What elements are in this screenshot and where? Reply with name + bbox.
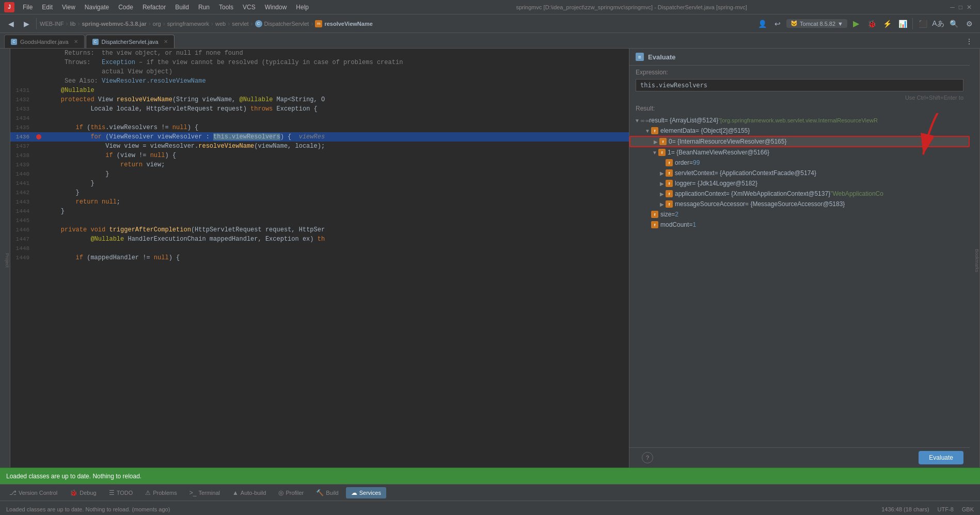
tree-result-row[interactable]: ▼ ∞ ∞ result = {ArrayList@5124} "[org.sp… [629,115,970,126]
line-num-1447: 1447 [10,236,34,242]
minimize-btn[interactable]: ─ [950,4,955,11]
tree-logger-row[interactable]: ▶ f logger = {Jdk14Logger@5182} [629,178,970,189]
status-tab-terminal[interactable]: >_ Terminal [184,487,225,498]
coverage-button[interactable]: ⚡ [880,17,894,30]
tree-appcontext-row[interactable]: ▶ f applicationContext = {XmlWebApplicat… [629,189,970,199]
profile-button[interactable]: 📊 [896,17,909,30]
menu-run[interactable]: Run [194,2,214,12]
line-content-1443: return null; [44,198,629,206]
item-0-name: 0 [669,138,672,145]
tree-toggle-1[interactable]: ▼ [651,149,658,156]
breadcrumb-method[interactable]: resolveViewName [324,21,372,27]
menu-code[interactable]: Code [114,2,137,12]
menu-tools[interactable]: Tools [215,2,238,12]
code-line-1438: 1438 if (view != null) { [10,151,629,160]
order-eq: = [689,159,693,166]
tomcat-selector[interactable]: 🐱 Tomcat 8.5.82 ▼ [786,19,847,28]
status-tab-autobuild[interactable]: ▲ Auto-build [227,487,271,498]
close-btn[interactable]: ✕ [967,4,972,11]
toolbar-sep-1 [36,18,37,29]
menu-view[interactable]: View [58,2,80,12]
more-tabs-icon[interactable]: ⋮ [962,35,976,48]
tree-size-row[interactable]: ▶ f size = 2 [629,209,970,220]
tree-servletcontext-row[interactable]: ▶ f servletContext = {ApplicationContext… [629,168,970,178]
status-tab-todo[interactable]: ☰ TODO [104,487,138,498]
tree-modcount-row[interactable]: ▶ f modCount = 1 [629,220,970,230]
breadcrumb-dispatcher[interactable]: DispatcherServlet [264,21,309,27]
line-content-doc3: actual View object) [44,68,629,75]
search-icon[interactable]: 🔍 [947,17,960,30]
project-sidebar[interactable]: Project [0,49,10,467]
appcontext-name: applicationContext [675,190,726,197]
breadcrumb-webinf[interactable]: WEB-INF [40,21,64,27]
line-num-1442: 1442 [10,190,34,196]
menu-build[interactable]: Build [171,2,193,12]
tree-toggle-result[interactable]: ▼ [634,117,641,124]
line-content-1438: if (view != null) { [44,152,629,159]
expression-input[interactable] [636,79,963,91]
menu-window[interactable]: Window [261,2,291,12]
status-tab-build[interactable]: 🔨 Build [311,487,343,498]
tree-item-0[interactable]: ▶ f 0 = {InternalResourceViewResolver@51… [629,136,970,147]
stop-button[interactable]: ⬛ [916,17,929,30]
tab-dispatcherservlet-label: DispatcherServlet.java [102,39,159,45]
breadcrumb-lib[interactable]: lib [70,21,75,27]
field-icon-1: f [658,149,666,156]
breadcrumb-org[interactable]: org [153,21,161,27]
breadcrumb-springframework[interactable]: springframework [167,21,209,27]
menu-help[interactable]: Help [292,2,313,12]
tab-dispatcherservlet[interactable]: C DispatcherServlet.java ✕ [86,35,175,48]
servletcontext-name: servletContext [675,169,715,177]
translate-icon[interactable]: Aあ [931,17,945,30]
appcontext-eq: = {XmlWebApplicationContext@5137} [726,190,830,197]
tree-toggle-elementdata[interactable]: ▼ [644,127,651,134]
breadcrumb-jar[interactable]: spring-webmvc-5.3.8.jar [82,21,146,27]
tree-messagesource-row[interactable]: ▶ f messageSourceAccessor = {MessageSour… [629,199,970,209]
maximize-btn[interactable]: □ [959,4,962,11]
eval-result-area[interactable]: ▼ ∞ ∞ result = {ArrayList@5124} "[org.sp… [629,113,970,447]
user-icon[interactable]: 👤 [755,17,769,30]
evaluate-button[interactable]: Evaluate [919,451,963,464]
tree-toggle-servletcontext[interactable]: ▶ [658,169,666,177]
tab-goodshandler-close[interactable]: ✕ [74,39,78,44]
project-label: Project [5,253,10,268]
menu-edit[interactable]: Edit [38,2,57,12]
tab-goodshandler[interactable]: C GoodsHandler.java ✕ [4,35,85,48]
status-tab-versioncontrol[interactable]: ⎇ Version Control [4,487,62,498]
status-tab-profiler[interactable]: ◎ Profiler [273,487,309,498]
navigate-back-icon[interactable]: ↩ [771,17,784,30]
back-btn[interactable]: ◀ [4,17,18,30]
tree-toggle-logger[interactable]: ▶ [658,180,666,187]
menu-vcs[interactable]: VCS [239,2,260,12]
status-tab-services[interactable]: ☁ Services [346,487,386,498]
run-button[interactable]: ▶ [849,17,863,30]
tree-toggle-0[interactable]: ▶ [652,138,659,145]
tab-dispatcherservlet-close[interactable]: ✕ [164,39,168,44]
tree-item-1[interactable]: ▼ f 1 = {BeanNameViewResolver@5166} [629,147,970,158]
tree-order-row[interactable]: ▶ f order = 99 [629,158,970,168]
debug-button[interactable]: 🐞 [865,17,878,30]
debug-label: Debug [80,490,96,496]
breakpoint-1436[interactable] [36,134,41,139]
tree-toggle-messagesource[interactable]: ▶ [658,200,666,208]
breadcrumb-servlet[interactable]: servlet [232,21,248,27]
tree-elementdata-row[interactable]: ▼ f elementData = {Object[2]@5155} [629,126,970,136]
breadcrumb-web[interactable]: web [215,21,226,27]
item-1-name: 1 [668,149,671,156]
line-content-doc1: Returns: the view object, or null if non… [44,50,629,57]
menu-file[interactable]: File [19,2,37,12]
tree-toggle-appcontext[interactable]: ▶ [658,190,666,197]
help-button[interactable]: ? [642,452,653,463]
status-tab-debug[interactable]: 🐞 Debug [65,487,101,498]
todo-label: TODO [117,490,133,496]
tab-goodshandler-label: GoodsHandler.java [20,39,69,45]
menu-refactor[interactable]: Refactor [138,2,170,12]
code-line-1433: 1433 Locale locale, HttpServletRequest r… [10,104,629,114]
forward-btn[interactable]: ▶ [20,17,33,30]
bookmarks-sidebar[interactable]: Bookmarks [970,49,980,467]
settings-icon[interactable]: ⚙ [962,17,976,30]
line-num-1434: 1434 [10,115,34,121]
status-tab-problems[interactable]: ⚠ Problems [140,487,182,498]
menu-navigate[interactable]: Navigate [81,2,113,12]
line-content-1442: } [44,189,629,196]
